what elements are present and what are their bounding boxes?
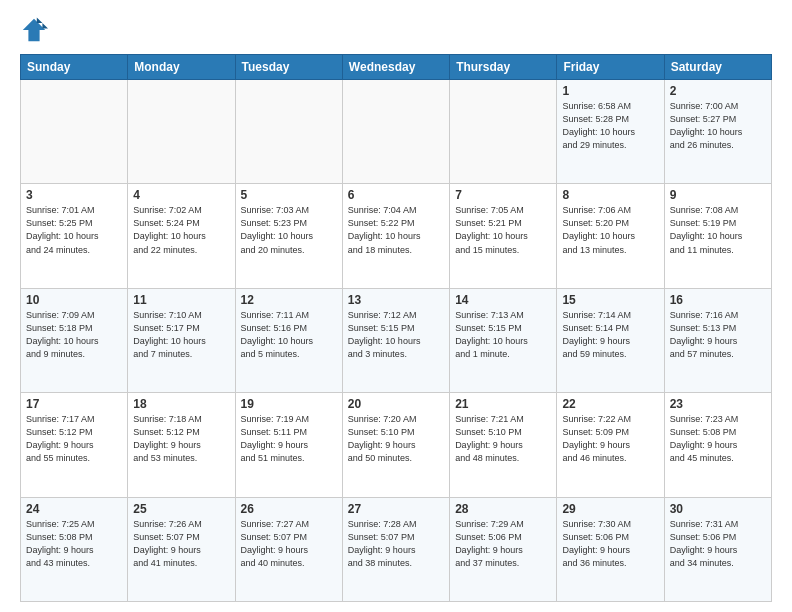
weekday-header-monday: Monday (128, 55, 235, 80)
day-info: Sunrise: 7:16 AM Sunset: 5:13 PM Dayligh… (670, 309, 766, 361)
calendar-cell: 2Sunrise: 7:00 AM Sunset: 5:27 PM Daylig… (664, 80, 771, 184)
day-info: Sunrise: 7:09 AM Sunset: 5:18 PM Dayligh… (26, 309, 122, 361)
day-number: 22 (562, 397, 658, 411)
calendar-cell: 13Sunrise: 7:12 AM Sunset: 5:15 PM Dayli… (342, 288, 449, 392)
calendar-cell: 26Sunrise: 7:27 AM Sunset: 5:07 PM Dayli… (235, 497, 342, 601)
calendar-cell: 28Sunrise: 7:29 AM Sunset: 5:06 PM Dayli… (450, 497, 557, 601)
day-number: 5 (241, 188, 337, 202)
day-number: 11 (133, 293, 229, 307)
day-number: 26 (241, 502, 337, 516)
logo-icon (20, 16, 48, 44)
calendar-cell: 4Sunrise: 7:02 AM Sunset: 5:24 PM Daylig… (128, 184, 235, 288)
day-number: 15 (562, 293, 658, 307)
weekday-header-tuesday: Tuesday (235, 55, 342, 80)
day-info: Sunrise: 7:17 AM Sunset: 5:12 PM Dayligh… (26, 413, 122, 465)
day-info: Sunrise: 7:22 AM Sunset: 5:09 PM Dayligh… (562, 413, 658, 465)
day-number: 16 (670, 293, 766, 307)
calendar-cell: 14Sunrise: 7:13 AM Sunset: 5:15 PM Dayli… (450, 288, 557, 392)
day-info: Sunrise: 7:21 AM Sunset: 5:10 PM Dayligh… (455, 413, 551, 465)
day-info: Sunrise: 7:05 AM Sunset: 5:21 PM Dayligh… (455, 204, 551, 256)
header (20, 16, 772, 44)
day-info: Sunrise: 6:58 AM Sunset: 5:28 PM Dayligh… (562, 100, 658, 152)
day-number: 14 (455, 293, 551, 307)
day-number: 23 (670, 397, 766, 411)
calendar-week-3: 10Sunrise: 7:09 AM Sunset: 5:18 PM Dayli… (21, 288, 772, 392)
day-info: Sunrise: 7:18 AM Sunset: 5:12 PM Dayligh… (133, 413, 229, 465)
day-info: Sunrise: 7:00 AM Sunset: 5:27 PM Dayligh… (670, 100, 766, 152)
calendar-cell: 15Sunrise: 7:14 AM Sunset: 5:14 PM Dayli… (557, 288, 664, 392)
calendar-cell: 10Sunrise: 7:09 AM Sunset: 5:18 PM Dayli… (21, 288, 128, 392)
day-info: Sunrise: 7:19 AM Sunset: 5:11 PM Dayligh… (241, 413, 337, 465)
day-number: 28 (455, 502, 551, 516)
calendar-cell: 7Sunrise: 7:05 AM Sunset: 5:21 PM Daylig… (450, 184, 557, 288)
day-number: 2 (670, 84, 766, 98)
calendar-week-4: 17Sunrise: 7:17 AM Sunset: 5:12 PM Dayli… (21, 393, 772, 497)
calendar-cell: 20Sunrise: 7:20 AM Sunset: 5:10 PM Dayli… (342, 393, 449, 497)
day-number: 21 (455, 397, 551, 411)
calendar-cell: 1Sunrise: 6:58 AM Sunset: 5:28 PM Daylig… (557, 80, 664, 184)
day-info: Sunrise: 7:10 AM Sunset: 5:17 PM Dayligh… (133, 309, 229, 361)
day-info: Sunrise: 7:06 AM Sunset: 5:20 PM Dayligh… (562, 204, 658, 256)
calendar-cell: 25Sunrise: 7:26 AM Sunset: 5:07 PM Dayli… (128, 497, 235, 601)
day-info: Sunrise: 7:02 AM Sunset: 5:24 PM Dayligh… (133, 204, 229, 256)
day-info: Sunrise: 7:29 AM Sunset: 5:06 PM Dayligh… (455, 518, 551, 570)
day-info: Sunrise: 7:25 AM Sunset: 5:08 PM Dayligh… (26, 518, 122, 570)
day-info: Sunrise: 7:13 AM Sunset: 5:15 PM Dayligh… (455, 309, 551, 361)
day-number: 7 (455, 188, 551, 202)
weekday-header-thursday: Thursday (450, 55, 557, 80)
calendar-cell: 23Sunrise: 7:23 AM Sunset: 5:08 PM Dayli… (664, 393, 771, 497)
svg-marker-0 (23, 19, 45, 41)
calendar-cell: 3Sunrise: 7:01 AM Sunset: 5:25 PM Daylig… (21, 184, 128, 288)
day-info: Sunrise: 7:11 AM Sunset: 5:16 PM Dayligh… (241, 309, 337, 361)
day-info: Sunrise: 7:14 AM Sunset: 5:14 PM Dayligh… (562, 309, 658, 361)
calendar-cell: 12Sunrise: 7:11 AM Sunset: 5:16 PM Dayli… (235, 288, 342, 392)
calendar-cell (342, 80, 449, 184)
calendar-week-5: 24Sunrise: 7:25 AM Sunset: 5:08 PM Dayli… (21, 497, 772, 601)
day-info: Sunrise: 7:31 AM Sunset: 5:06 PM Dayligh… (670, 518, 766, 570)
logo (20, 16, 52, 44)
calendar-cell: 22Sunrise: 7:22 AM Sunset: 5:09 PM Dayli… (557, 393, 664, 497)
weekday-header-saturday: Saturday (664, 55, 771, 80)
day-number: 6 (348, 188, 444, 202)
day-info: Sunrise: 7:23 AM Sunset: 5:08 PM Dayligh… (670, 413, 766, 465)
calendar-cell: 30Sunrise: 7:31 AM Sunset: 5:06 PM Dayli… (664, 497, 771, 601)
day-number: 19 (241, 397, 337, 411)
day-number: 1 (562, 84, 658, 98)
calendar-cell: 19Sunrise: 7:19 AM Sunset: 5:11 PM Dayli… (235, 393, 342, 497)
day-number: 3 (26, 188, 122, 202)
day-number: 30 (670, 502, 766, 516)
calendar-cell: 8Sunrise: 7:06 AM Sunset: 5:20 PM Daylig… (557, 184, 664, 288)
calendar-cell (235, 80, 342, 184)
day-number: 18 (133, 397, 229, 411)
day-info: Sunrise: 7:03 AM Sunset: 5:23 PM Dayligh… (241, 204, 337, 256)
day-number: 10 (26, 293, 122, 307)
calendar-cell (128, 80, 235, 184)
calendar-cell: 11Sunrise: 7:10 AM Sunset: 5:17 PM Dayli… (128, 288, 235, 392)
day-number: 8 (562, 188, 658, 202)
calendar-cell: 9Sunrise: 7:08 AM Sunset: 5:19 PM Daylig… (664, 184, 771, 288)
day-info: Sunrise: 7:26 AM Sunset: 5:07 PM Dayligh… (133, 518, 229, 570)
day-info: Sunrise: 7:04 AM Sunset: 5:22 PM Dayligh… (348, 204, 444, 256)
day-info: Sunrise: 7:12 AM Sunset: 5:15 PM Dayligh… (348, 309, 444, 361)
calendar-cell: 18Sunrise: 7:18 AM Sunset: 5:12 PM Dayli… (128, 393, 235, 497)
day-number: 29 (562, 502, 658, 516)
calendar-table: SundayMondayTuesdayWednesdayThursdayFrid… (20, 54, 772, 602)
day-number: 24 (26, 502, 122, 516)
day-number: 9 (670, 188, 766, 202)
day-number: 17 (26, 397, 122, 411)
day-info: Sunrise: 7:27 AM Sunset: 5:07 PM Dayligh… (241, 518, 337, 570)
calendar-week-2: 3Sunrise: 7:01 AM Sunset: 5:25 PM Daylig… (21, 184, 772, 288)
calendar-week-1: 1Sunrise: 6:58 AM Sunset: 5:28 PM Daylig… (21, 80, 772, 184)
calendar-cell: 17Sunrise: 7:17 AM Sunset: 5:12 PM Dayli… (21, 393, 128, 497)
day-number: 20 (348, 397, 444, 411)
day-number: 13 (348, 293, 444, 307)
calendar-cell (450, 80, 557, 184)
day-number: 25 (133, 502, 229, 516)
weekday-header-sunday: Sunday (21, 55, 128, 80)
day-info: Sunrise: 7:30 AM Sunset: 5:06 PM Dayligh… (562, 518, 658, 570)
day-info: Sunrise: 7:20 AM Sunset: 5:10 PM Dayligh… (348, 413, 444, 465)
page: SundayMondayTuesdayWednesdayThursdayFrid… (0, 0, 792, 612)
weekday-header-wednesday: Wednesday (342, 55, 449, 80)
weekday-header-friday: Friday (557, 55, 664, 80)
day-number: 27 (348, 502, 444, 516)
